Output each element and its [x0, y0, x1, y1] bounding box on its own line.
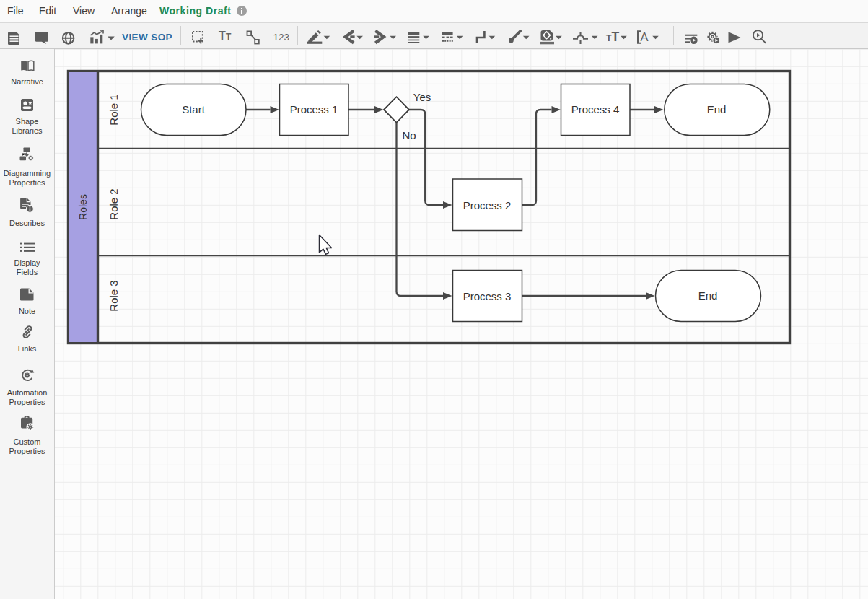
svg-text:A: A: [641, 30, 649, 43]
svg-text:T: T: [226, 32, 232, 42]
svg-text:123: 123: [273, 32, 290, 43]
svg-text:VIEW SOP: VIEW SOP: [122, 32, 172, 43]
svg-text:T: T: [612, 30, 620, 44]
svg-text:T: T: [219, 30, 226, 42]
